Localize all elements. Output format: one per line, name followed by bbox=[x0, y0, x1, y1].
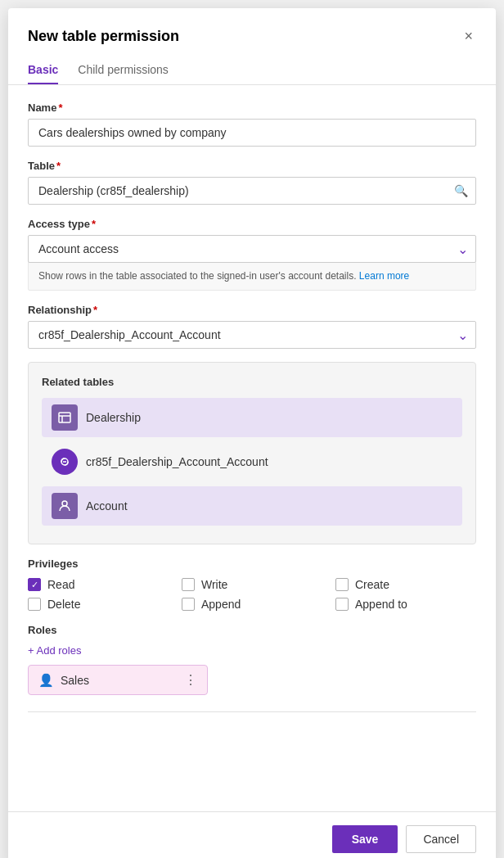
role-tag-sales: 👤 Sales ⋮ bbox=[28, 665, 208, 695]
tab-child-permissions[interactable]: Child permissions bbox=[78, 56, 168, 84]
svg-point-5 bbox=[62, 501, 67, 506]
name-label: Name* bbox=[28, 102, 476, 114]
privileges-title: Privileges bbox=[28, 558, 476, 570]
relationship-select[interactable]: cr85f_Dealership_Account_Account bbox=[28, 321, 476, 349]
access-type-info: Show rows in the table associated to the… bbox=[28, 261, 476, 291]
link-icon bbox=[52, 449, 78, 475]
access-type-group: Access type* Account access ⌄ Show rows … bbox=[28, 218, 476, 291]
link-label: cr85f_Dealership_Account_Account bbox=[86, 455, 268, 468]
privilege-write-label: Write bbox=[201, 578, 227, 591]
name-group: Name* bbox=[28, 102, 476, 147]
privilege-write[interactable]: Write bbox=[182, 578, 322, 591]
privilege-append[interactable]: Append bbox=[182, 598, 322, 611]
search-icon: 🔍 bbox=[454, 184, 468, 197]
privilege-append-label: Append bbox=[201, 598, 241, 611]
access-type-label: Access type* bbox=[28, 218, 476, 230]
relationship-group: Relationship* cr85f_Dealership_Account_A… bbox=[28, 304, 476, 349]
checkbox-append[interactable] bbox=[182, 598, 195, 611]
checkbox-read[interactable] bbox=[28, 578, 41, 591]
tab-basic[interactable]: Basic bbox=[28, 56, 58, 84]
privilege-append-to-label: Append to bbox=[355, 598, 407, 611]
privilege-read[interactable]: Read bbox=[28, 578, 169, 591]
table-icon-dealership bbox=[52, 404, 78, 431]
role-tag-left: 👤 Sales bbox=[38, 673, 89, 688]
roles-title: Roles bbox=[28, 624, 476, 636]
privilege-create[interactable]: Create bbox=[335, 578, 476, 591]
cancel-button[interactable]: Cancel bbox=[406, 825, 476, 853]
role-sales-label: Sales bbox=[61, 674, 89, 687]
table-label: Table* bbox=[28, 160, 476, 172]
privilege-delete[interactable]: Delete bbox=[28, 598, 169, 611]
checkbox-append-to[interactable] bbox=[335, 598, 349, 611]
tab-bar: Basic Child permissions bbox=[8, 56, 496, 85]
related-table-link[interactable]: cr85f_Dealership_Account_Account bbox=[42, 442, 462, 481]
relationship-label: Relationship* bbox=[28, 304, 476, 316]
related-table-account[interactable]: Account bbox=[42, 486, 462, 526]
table-input-wrapper: 🔍 bbox=[28, 177, 476, 205]
privileges-grid: Read Write Create Delete Append bbox=[28, 578, 476, 611]
account-icon bbox=[52, 493, 78, 519]
checkbox-create[interactable] bbox=[335, 578, 349, 591]
svg-rect-0 bbox=[59, 413, 70, 422]
access-type-select[interactable]: Account access bbox=[28, 235, 476, 263]
close-button[interactable]: × bbox=[461, 25, 476, 48]
related-table-dealership[interactable]: Dealership bbox=[42, 398, 462, 437]
roles-section: Roles + Add roles 👤 Sales ⋮ bbox=[28, 624, 476, 695]
privileges-section: Privileges Read Write Create Delete bbox=[28, 558, 476, 611]
close-icon: × bbox=[464, 28, 473, 45]
checkbox-write[interactable] bbox=[182, 578, 195, 591]
modal-footer: Save Cancel bbox=[8, 811, 496, 858]
relationship-select-wrapper: cr85f_Dealership_Account_Account ⌄ bbox=[28, 321, 476, 349]
table-input[interactable] bbox=[28, 177, 476, 205]
access-type-select-wrapper: Account access ⌄ bbox=[28, 235, 476, 263]
related-tables-section: Related tables Dealership bbox=[28, 362, 476, 544]
modal-header: New table permission × bbox=[8, 8, 496, 56]
account-label: Account bbox=[86, 499, 128, 513]
name-input[interactable] bbox=[28, 119, 476, 147]
privilege-delete-label: Delete bbox=[47, 598, 80, 611]
checkbox-delete[interactable] bbox=[28, 598, 41, 611]
role-menu-button[interactable]: ⋮ bbox=[184, 672, 197, 688]
role-person-icon: 👤 bbox=[38, 673, 54, 688]
privilege-read-label: Read bbox=[47, 578, 74, 591]
add-roles-button[interactable]: + Add roles bbox=[28, 644, 476, 657]
modal-container: New table permission × Basic Child permi… bbox=[8, 8, 496, 858]
modal-title: New table permission bbox=[28, 28, 179, 45]
privilege-create-label: Create bbox=[355, 578, 389, 591]
table-group: Table* 🔍 bbox=[28, 160, 476, 205]
learn-more-link[interactable]: Learn more bbox=[359, 270, 409, 282]
dealership-label: Dealership bbox=[86, 411, 141, 424]
privilege-append-to[interactable]: Append to bbox=[335, 598, 476, 611]
footer-divider bbox=[28, 711, 476, 712]
modal-body: Name* Table* 🔍 Access type* Account acce… bbox=[8, 85, 496, 811]
related-tables-title: Related tables bbox=[42, 376, 462, 388]
save-button[interactable]: Save bbox=[332, 825, 398, 853]
